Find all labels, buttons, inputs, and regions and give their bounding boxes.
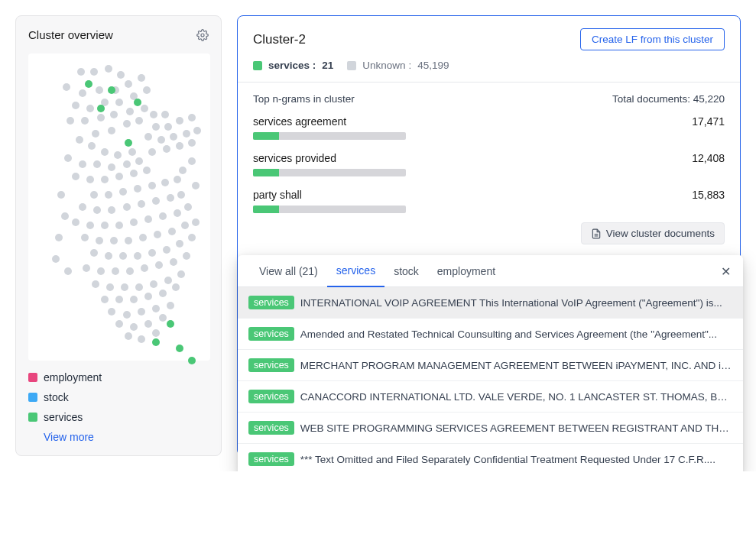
- document-item[interactable]: servicesWEB SITE PROGRAMMING SERVICES AG…: [238, 413, 743, 444]
- gear-icon[interactable]: [196, 29, 209, 41]
- scatter-point: [88, 142, 96, 150]
- document-item[interactable]: servicesMERCHANT PROGRAM MANAGEMENT AGRE…: [238, 350, 743, 381]
- scatter-point: [79, 160, 86, 168]
- legend-item[interactable]: services: [28, 411, 209, 423]
- scatter-point: [184, 203, 192, 211]
- doc-badge: services: [248, 358, 294, 372]
- document-item[interactable]: servicesCANACCORD INTERNATIONAL LTD. VAL…: [238, 381, 743, 413]
- scatter-point: [144, 293, 152, 300]
- scatter-point: [167, 302, 174, 309]
- scatter-point: [83, 264, 90, 272]
- scatter-point: [176, 142, 183, 150]
- scatter-point: [167, 194, 174, 202]
- create-lf-button[interactable]: Create LF from this cluster: [580, 28, 725, 50]
- scatter-point: [105, 252, 112, 260]
- scatter-point: [123, 203, 131, 211]
- scatter-point: [188, 157, 196, 165]
- scatter-point: [55, 234, 63, 241]
- scatter-point: [161, 179, 169, 186]
- ngram-bar: [253, 132, 406, 140]
- scatter-point: [148, 148, 156, 156]
- scatter-point: [108, 308, 115, 316]
- scatter-point: [192, 218, 200, 226]
- document-item[interactable]: servicesAmended and Restated Technical C…: [238, 319, 743, 350]
- legend-item[interactable]: stock: [28, 391, 209, 403]
- unknown-stat-count: 45,199: [417, 60, 449, 71]
- scatter-point: [125, 332, 132, 340]
- scatter-point: [152, 305, 160, 312]
- total-docs-label: Total documents: 45,220: [612, 93, 725, 105]
- doc-tab[interactable]: stock: [384, 256, 428, 286]
- scatter-point: [141, 105, 148, 112]
- view-cluster-documents-button[interactable]: View cluster documents: [581, 222, 725, 244]
- scatter-point: [143, 86, 151, 94]
- scatter-point: [72, 102, 79, 109]
- scatter-point: [81, 234, 89, 241]
- scatter-point: [135, 157, 143, 165]
- scatter-point: [163, 145, 170, 153]
- scatter-point: [125, 80, 132, 88]
- document-item[interactable]: servicesINTERNATIONAL VOIP AGREEMENT Thi…: [238, 287, 743, 319]
- doc-tab[interactable]: employment: [428, 256, 505, 286]
- document-list[interactable]: servicesINTERNATIONAL VOIP AGREEMENT Thi…: [238, 287, 743, 471]
- scatter-point: [159, 290, 167, 297]
- scatter-point: [121, 283, 128, 291]
- ngram-count: 17,471: [692, 115, 725, 128]
- scatter-point: [114, 151, 122, 159]
- sidebar-title: Cluster overview: [28, 28, 113, 41]
- scatter-point: [159, 212, 167, 220]
- doc-badge: services: [248, 296, 294, 309]
- cluster-detail-panel: Cluster-2 Create LF from this cluster se…: [237, 15, 741, 456]
- scatter-point: [115, 99, 123, 106]
- scatter-point: [163, 246, 170, 254]
- scatter-point: [79, 203, 86, 211]
- scatter-point: [152, 123, 160, 131]
- scatter-point: [141, 264, 148, 272]
- scatter-point: [101, 148, 109, 156]
- scatter-point: [52, 255, 60, 263]
- services-stat-count: 21: [322, 60, 333, 71]
- document-item[interactable]: services*** Text Omitted and Filed Separ…: [238, 444, 743, 471]
- scatter-point-services: [188, 357, 196, 364]
- ngram-header-label: Top n-grams in cluster: [253, 93, 355, 105]
- doc-text: Amended and Restated Technical Counsulti…: [300, 328, 717, 340]
- doc-tab[interactable]: services: [327, 255, 384, 287]
- scatter-point: [144, 320, 152, 328]
- scatter-point: [150, 280, 157, 288]
- scatter-point-services: [125, 139, 132, 147]
- scatter-point: [86, 222, 94, 229]
- scatter-point: [183, 252, 190, 260]
- cluster-overview-panel: Cluster overview employmentstockservices…: [15, 15, 222, 456]
- scatter-point: [130, 323, 138, 331]
- scatter-plot[interactable]: [28, 53, 210, 361]
- ngram-term: services provided: [253, 152, 336, 164]
- scatter-point: [168, 228, 176, 235]
- services-stat-label: services :: [268, 60, 316, 71]
- doc-text: CANACCORD INTERNATIONAL LTD. VALE VERDE,…: [300, 391, 732, 403]
- scatter-point: [101, 176, 109, 183]
- doc-tab[interactable]: View all (21): [250, 256, 327, 286]
- scatter-point: [92, 130, 99, 138]
- scatter-point: [130, 218, 138, 226]
- scatter-point: [110, 237, 118, 244]
- scatter-point: [188, 139, 196, 147]
- scatter-point: [188, 234, 196, 241]
- scatter-point: [64, 154, 72, 162]
- scatter-point: [72, 218, 79, 226]
- scatter-point: [177, 270, 185, 278]
- scatter-point: [119, 252, 127, 260]
- scatter-point: [152, 197, 160, 205]
- scatter-point: [174, 209, 181, 217]
- doc-badge: services: [248, 390, 294, 403]
- doc-text: WEB SITE PROGRAMMING SERVICES AGREEMENT …: [300, 422, 732, 434]
- scatter-point: [138, 200, 145, 208]
- scatter-point: [172, 283, 180, 291]
- view-more-link[interactable]: View more: [44, 431, 209, 443]
- scatter-point: [164, 277, 172, 284]
- scatter-point: [170, 258, 177, 266]
- legend-item[interactable]: employment: [28, 371, 209, 384]
- scatter-point: [115, 320, 123, 328]
- close-icon[interactable]: ✕: [721, 264, 731, 278]
- scatter-point: [115, 173, 123, 180]
- scatter-point: [90, 68, 98, 76]
